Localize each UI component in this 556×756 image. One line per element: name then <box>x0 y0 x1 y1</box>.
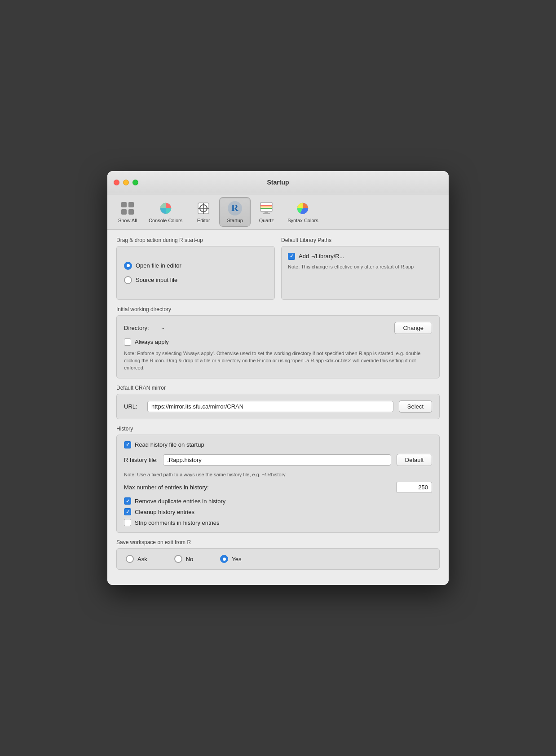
working-directory-section: Initial working directory Directory: ~ C… <box>116 306 440 378</box>
default-library-box: Add ~/Library/R... Note: This change is … <box>281 246 440 300</box>
working-directory-note: Note: Enforce by selecting 'Always apply… <box>124 350 432 372</box>
cran-mirror-section: Default CRAN mirror URL: Select <box>116 385 440 419</box>
history-checkboxes: Remove duplicate entries in history Clea… <box>124 497 432 526</box>
default-button[interactable]: Default <box>397 454 432 466</box>
maximize-button[interactable] <box>132 180 138 185</box>
console-colors-label: Console Colors <box>149 218 182 224</box>
window-title: Startup <box>267 179 289 186</box>
svg-rect-0 <box>121 202 127 207</box>
toolbar-item-console-colors[interactable]: Console Colors <box>143 198 188 226</box>
show-all-icon <box>119 200 136 216</box>
strip-comments-checkbox[interactable] <box>124 519 131 526</box>
no-label: No <box>186 556 194 563</box>
svg-rect-3 <box>128 209 134 215</box>
cran-row: URL: Select <box>124 400 432 413</box>
open-file-radio[interactable] <box>124 262 132 270</box>
show-all-label: Show All <box>118 218 137 224</box>
cleanup-option[interactable]: Cleanup history entries <box>124 508 432 515</box>
toolbar-item-startup[interactable]: R Startup <box>219 197 251 227</box>
history-box: Read history file on startup R history f… <box>116 435 440 533</box>
console-colors-icon <box>158 200 174 216</box>
quartz-label: Quartz <box>259 218 274 224</box>
history-file-label: R history file: <box>124 457 158 463</box>
yes-option[interactable]: Yes <box>220 555 241 563</box>
yes-radio[interactable] <box>220 555 228 563</box>
ask-label: Ask <box>137 556 147 563</box>
read-history-checkbox[interactable] <box>124 441 131 448</box>
save-workspace-section: Save workspace on exit from R Ask No Yes <box>116 539 440 570</box>
yes-label: Yes <box>232 556 241 563</box>
toolbar-item-syntax-colors[interactable]: Syntax Colors <box>282 198 323 226</box>
syntax-colors-icon <box>295 200 311 216</box>
titlebar: Startup <box>107 171 449 194</box>
always-apply-label: Always apply <box>135 338 169 345</box>
max-entries-input[interactable] <box>396 482 432 493</box>
quartz-icon <box>258 200 274 216</box>
svg-rect-13 <box>260 207 272 207</box>
remove-duplicates-checkbox[interactable] <box>124 497 131 505</box>
svg-rect-1 <box>128 202 134 207</box>
cran-url-input[interactable] <box>147 401 393 412</box>
read-history-label: Read history file on startup <box>135 441 204 448</box>
cran-mirror-box: URL: Select <box>116 394 440 419</box>
minimize-button[interactable] <box>123 180 129 185</box>
max-entries-row: Max number of entries in history: <box>124 482 432 493</box>
default-library-section: Default Library Paths Add ~/Library/R...… <box>281 237 440 300</box>
preferences-window: Startup Show All <box>107 171 449 585</box>
ask-radio[interactable] <box>126 555 134 563</box>
toolbar-item-quartz[interactable]: Quartz <box>251 198 282 226</box>
directory-row: Directory: ~ Change <box>124 322 432 334</box>
toolbar-item-show-all[interactable]: Show All <box>112 198 143 226</box>
startup-icon: R <box>227 200 243 216</box>
toolbar-item-editor[interactable]: Editor <box>188 198 219 226</box>
cleanup-checkbox[interactable] <box>124 508 131 515</box>
no-radio[interactable] <box>174 555 182 563</box>
top-section-row: Drag & drop action during R start-up Ope… <box>116 237 440 300</box>
select-button[interactable]: Select <box>399 400 432 413</box>
drag-drop-section: Drag & drop action during R start-up Ope… <box>116 237 275 300</box>
always-apply-checkbox[interactable] <box>124 338 131 346</box>
editor-icon <box>195 200 212 216</box>
editor-label: Editor <box>197 218 210 224</box>
strip-comments-label: Strip comments in history entries <box>135 519 220 526</box>
always-apply-option[interactable]: Always apply <box>124 338 432 346</box>
source-input-radio[interactable] <box>124 276 132 284</box>
remove-duplicates-option[interactable]: Remove duplicate entries in history <box>124 497 432 505</box>
svg-rect-16 <box>263 213 270 214</box>
svg-rect-14 <box>260 208 272 209</box>
add-library-checkbox[interactable] <box>288 253 295 260</box>
default-library-title: Default Library Paths <box>281 237 440 243</box>
history-note: Note: Use a fixed path to always use the… <box>124 471 432 478</box>
drag-drop-title: Drag & drop action during R start-up <box>116 237 275 243</box>
svg-text:R: R <box>231 202 239 213</box>
remove-duplicates-label: Remove duplicate entries in history <box>135 498 225 505</box>
syntax-colors-label: Syntax Colors <box>287 218 318 224</box>
drag-drop-box: Open file in editor Source input file <box>116 246 275 300</box>
svg-rect-15 <box>265 211 268 213</box>
strip-comments-option[interactable]: Strip comments in history entries <box>124 519 432 526</box>
toolbar: Show All Console Colors <box>107 194 449 230</box>
add-library-label: Add ~/Library/R... <box>299 253 344 259</box>
change-button[interactable]: Change <box>394 322 432 334</box>
save-workspace-box: Ask No Yes <box>116 548 440 570</box>
directory-value: ~ <box>161 325 389 331</box>
directory-label: Directory: <box>124 325 155 331</box>
add-library-option[interactable]: Add ~/Library/R... <box>288 253 433 260</box>
main-content: Drag & drop action during R start-up Ope… <box>107 230 449 585</box>
max-entries-label: Max number of entries in history: <box>124 484 392 491</box>
save-workspace-title: Save workspace on exit from R <box>116 539 440 545</box>
open-file-option[interactable]: Open file in editor <box>124 262 267 270</box>
ask-option[interactable]: Ask <box>126 555 147 563</box>
source-input-option[interactable]: Source input file <box>124 276 267 284</box>
cran-mirror-title: Default CRAN mirror <box>116 385 440 391</box>
no-option[interactable]: No <box>174 555 194 563</box>
history-file-input[interactable] <box>163 454 391 466</box>
svg-rect-12 <box>260 205 272 206</box>
close-button[interactable] <box>114 180 119 185</box>
working-directory-box: Directory: ~ Change Always apply Note: E… <box>116 315 440 378</box>
save-workspace-radio-row: Ask No Yes <box>126 555 430 563</box>
open-file-label: Open file in editor <box>136 262 181 269</box>
read-history-option[interactable]: Read history file on startup <box>124 441 432 448</box>
working-directory-title: Initial working directory <box>116 306 440 312</box>
cleanup-label: Cleanup history entries <box>135 509 194 515</box>
